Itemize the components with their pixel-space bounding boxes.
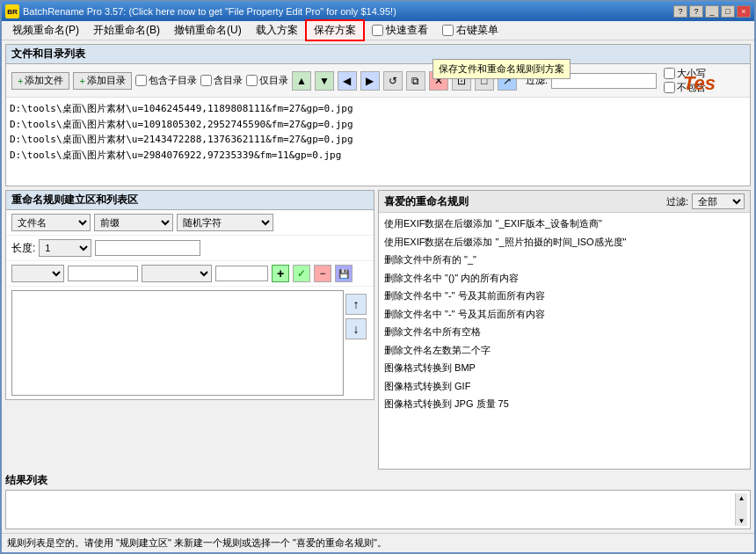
include-sub-checkbox[interactable] (135, 75, 147, 86)
fav-item-10[interactable]: 图像格式转换到 JPG 质量 75 (381, 395, 748, 413)
nav-right-btn[interactable]: ▶ (360, 71, 380, 91)
save-tooltip: 保存文件和重命名规则到方案 (433, 59, 571, 79)
confirm-rule-btn[interactable]: ✓ (293, 265, 310, 282)
not-include-checkbox[interactable] (664, 82, 675, 93)
file-list-label: 文件和目录列表 (6, 45, 750, 64)
help-btn-2[interactable]: ? (689, 5, 703, 18)
rule-second-row: + ✓ − 💾 (6, 261, 374, 287)
favorites-filter-label: 过滤: (666, 195, 688, 208)
fav-item-2[interactable]: 删除文件中所有的 "_" (381, 251, 748, 269)
rules-section-label: 重命名规则建立区和列表区 (6, 191, 374, 210)
fav-item-5[interactable]: 删除文件名中 "-" 号及其后面所有内容 (381, 305, 748, 324)
only-dir-checkbox[interactable] (200, 75, 212, 86)
fav-item-4[interactable]: 删除文件名中 "-" 号及其前面所有内容 (381, 287, 748, 305)
menu-video-rename[interactable]: 视频重命名(P) (5, 21, 86, 40)
add-file-btn[interactable]: + 添加文件 (11, 72, 69, 90)
only-dir2-checkbox[interactable] (246, 75, 258, 86)
length-row: 长度: 1 (6, 236, 374, 261)
rule-builder-panel: 重命名规则建立区和列表区 文件名 前缀 随机字符 (5, 190, 374, 400)
fav-item-3[interactable]: 删除文件名中 "()" 内的所有内容 (381, 269, 748, 288)
fav-item-9[interactable]: 图像格式转换到 GIF (381, 377, 748, 396)
rule-selects-row: 文件名 前缀 随机字符 (6, 210, 374, 236)
maximize-btn[interactable]: □ (721, 5, 735, 18)
type-select[interactable]: 随机字符 (177, 214, 273, 231)
rule-input-1[interactable] (95, 240, 200, 256)
file-item-1[interactable]: D:\tools\桌面\图片素材\u=1091805302,2952745590… (10, 117, 746, 133)
file-list-content[interactable]: D:\tools\桌面\图片素材\u=1046245449,1189808111… (6, 98, 750, 186)
file-item-3[interactable]: D:\tools\桌面\图片素材\u=2984076922,97235339&f… (10, 148, 746, 164)
fav-item-7[interactable]: 删除文件名左数第二个字 (381, 341, 748, 360)
rule-up-down-actions: ↑ ↓ (344, 290, 368, 396)
length-select[interactable]: 1 (39, 239, 91, 257)
results-content (9, 493, 735, 526)
rule-list-area-container: ↑ ↓ (6, 287, 374, 399)
file-item-0[interactable]: D:\tools\桌面\图片素材\u=1046245449,1189808111… (10, 101, 746, 117)
case-sensitive-group: 大小写 不包含 (664, 67, 706, 94)
rules-section: 重命名规则建立区和列表区 文件名 前缀 随机字符 (5, 190, 374, 470)
rule-down-btn[interactable]: ↓ (345, 318, 367, 339)
title-bar: BR BatchRename Pro 3.57: (Click here now… (2, 2, 754, 21)
rule-up-btn[interactable]: ↑ (345, 294, 367, 315)
refresh-btn[interactable]: ↺ (383, 71, 403, 91)
help-btn-1[interactable]: ? (673, 5, 687, 18)
window-title: BatchRename Pro 3.57: (Click here now to… (23, 6, 396, 17)
results-label: 结果列表 (5, 473, 751, 488)
quick-view-checkbox[interactable] (372, 25, 383, 36)
menu-quick-view[interactable]: 快速查看 (365, 21, 435, 40)
remove-rule-btn[interactable]: − (314, 265, 331, 282)
minimize-btn[interactable]: _ (705, 5, 719, 18)
sub-select-2[interactable] (142, 265, 212, 282)
menu-bar: 视频重命名(P) 开始重命名(B) 撤销重命名(U) 载入方案 保存方案 快速查… (2, 21, 754, 40)
rule-input-3[interactable] (215, 266, 268, 281)
menu-save-scheme[interactable]: 保存方案 (305, 19, 365, 41)
status-bar: 规则列表是空的。请使用 "规则建立区" 来新建一个规则或选择一个 "喜爱的重命名… (2, 533, 754, 552)
favorites-list: 使用EXIF数据在后缀添加 "_EXIF版本_设备制造商" 使用EXIF数据在后… (379, 213, 750, 469)
results-box[interactable]: ▲ ▼ (5, 490, 751, 529)
file-list-toolbar: + 添加文件 + 添加目录 包含子目录 含目录 仅目录 (6, 64, 750, 98)
fav-item-0[interactable]: 使用EXIF数据在后缀添加 "_EXIF版本_设备制造商" (381, 215, 748, 233)
nav-down-btn[interactable]: ▼ (315, 71, 334, 91)
status-text: 规则列表是空的。请使用 "规则建立区" 来新建一个规则或选择一个 "喜爱的重命名… (7, 536, 387, 550)
nav-left-btn[interactable]: ◀ (338, 71, 357, 91)
menu-context-menu[interactable]: 右键菜单 (435, 21, 505, 40)
fav-item-8[interactable]: 图像格式转换到 BMP (381, 359, 748, 377)
only-dir2-group: 仅目录 (246, 74, 288, 87)
position-select[interactable]: 前缀 (94, 214, 173, 231)
menu-start-rename[interactable]: 开始重命名(B) (86, 21, 167, 40)
favorites-header: 喜爱的重命名规则 过滤: 全部 文件名 扩展名 序号 日期 删除 (379, 191, 750, 213)
add-rule-btn[interactable]: + (272, 265, 289, 282)
results-section: 结果列表 ▲ ▼ (5, 473, 751, 529)
lower-section: 重命名规则建立区和列表区 文件名 前缀 随机字符 (5, 190, 751, 470)
copy-btn[interactable]: ⧉ (406, 71, 425, 91)
only-dir-group: 含目录 (200, 74, 243, 87)
close-btn[interactable]: × (737, 5, 751, 18)
favorites-filter: 过滤: 全部 文件名 扩展名 序号 日期 删除 (666, 193, 745, 209)
sub-select-1[interactable] (11, 265, 64, 282)
length-label: 长度: (11, 241, 35, 256)
file-name-select[interactable]: 文件名 (11, 214, 91, 231)
context-menu-checkbox[interactable] (442, 25, 454, 36)
file-item-2[interactable]: D:\tools\桌面\图片素材\u=2143472288,1376362111… (10, 132, 746, 148)
favorites-section: 喜爱的重命名规则 过滤: 全部 文件名 扩展名 序号 日期 删除 (378, 190, 751, 470)
favorites-label: 喜爱的重命名规则 (384, 194, 469, 209)
file-list-section: 文件和目录列表 + 添加文件 + 添加目录 包含子目录 含目录 (5, 44, 751, 186)
rule-list-area[interactable] (11, 290, 344, 396)
save-rule-btn[interactable]: 💾 (335, 265, 353, 282)
rule-input-2[interactable] (68, 266, 138, 281)
favorites-filter-select[interactable]: 全部 文件名 扩展名 序号 日期 删除 (692, 193, 745, 209)
menu-undo-rename[interactable]: 撤销重命名(U) (167, 21, 249, 40)
menu-load-scheme[interactable]: 载入方案 (249, 21, 305, 40)
main-content: 文件和目录列表 + 添加文件 + 添加目录 包含子目录 含目录 (2, 40, 754, 533)
include-sub-group: 包含子目录 (135, 74, 197, 87)
app-icon: BR (5, 4, 19, 18)
fav-item-6[interactable]: 删除文件名中所有空格 (381, 323, 748, 341)
case-sensitive-checkbox[interactable] (664, 68, 675, 79)
fav-item-1[interactable]: 使用EXIF数据在后缀添加 "_照片拍摄的时间_ISO感光度" (381, 233, 748, 251)
nav-up-btn[interactable]: ▲ (292, 71, 311, 91)
results-scrollbar[interactable]: ▲ ▼ (735, 493, 747, 526)
add-dir-btn[interactable]: + 添加目录 (73, 72, 131, 90)
